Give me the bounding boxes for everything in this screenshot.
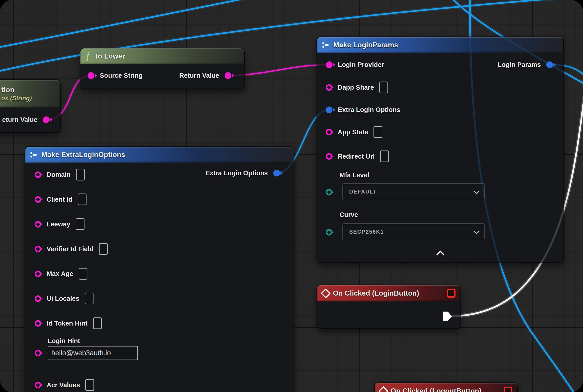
pin-row-domain: Domain xyxy=(35,169,85,180)
extra-login-options-output-pin[interactable] xyxy=(273,170,280,176)
node-header[interactable]: ƒ To Lower xyxy=(80,48,244,64)
pin-label: Client Id xyxy=(47,196,72,203)
redirect-url-checkbox[interactable] xyxy=(380,150,389,162)
node-title: Make LoginParams xyxy=(334,41,398,49)
blueprint-canvas[interactable]: tion ox (String) eturn Value ƒ To Lower … xyxy=(0,0,583,392)
client-id-input-pin[interactable] xyxy=(35,196,41,203)
max-age-input-pin[interactable] xyxy=(35,270,41,277)
node-header[interactable]: tion ox (String) xyxy=(0,80,60,108)
node-make-login-params[interactable]: Make LoginParams Login Provider Login Pa… xyxy=(317,37,564,262)
pin-label: Max Age xyxy=(47,270,73,278)
dapp-share-input-pin[interactable] xyxy=(326,84,332,91)
login-hint-input-pin[interactable] xyxy=(35,350,41,356)
pin-row-acr-values: Acr Values xyxy=(35,379,94,391)
mfa-level-label: Mfa Level xyxy=(340,172,369,179)
login-params-output-pin[interactable] xyxy=(546,61,553,68)
extra-login-options-input-pin[interactable] xyxy=(326,106,332,113)
pin-label: Dapp Share xyxy=(338,84,374,91)
curve-input-pin[interactable] xyxy=(326,229,332,236)
login-provider-input-pin[interactable] xyxy=(326,61,332,68)
id-token-hint-checkbox[interactable] xyxy=(93,318,102,329)
pin-row-extra-login-options: Extra Login Options xyxy=(326,106,400,114)
exec-output-pin[interactable] xyxy=(443,312,452,321)
dapp-share-checkbox[interactable] xyxy=(379,82,388,93)
pin-label: Id Token Hint xyxy=(47,320,88,327)
pin-label: Source String xyxy=(100,72,142,79)
pin-label: Return Value xyxy=(179,72,219,79)
mfa-level-value: DEFAULT xyxy=(349,188,474,195)
pin-label: Extra Login Options xyxy=(338,106,400,114)
app-state-input-pin[interactable] xyxy=(326,129,332,136)
mfa-level-input-pin[interactable] xyxy=(326,189,332,196)
pin-label: Extra Login Options xyxy=(206,170,268,177)
verifier-id-field-checkbox[interactable] xyxy=(99,243,108,255)
domain-input-pin[interactable] xyxy=(35,172,41,178)
pin-row-client-id: Client Id xyxy=(35,194,86,205)
ui-locales-checkbox[interactable] xyxy=(85,293,94,304)
mfa-level-dropdown[interactable]: DEFAULT xyxy=(342,183,485,200)
collapse-chevron-up-icon[interactable] xyxy=(436,250,444,259)
node-header[interactable]: Make ExtraLoginOptions xyxy=(25,147,294,163)
pin-row-login-provider: Login Provider xyxy=(326,61,384,68)
pin-label: Verifier Id Field xyxy=(47,245,94,253)
curve-label: Curve xyxy=(340,211,358,218)
function-icon: ƒ xyxy=(86,51,90,60)
curve-dropdown[interactable]: SECP256K1 xyxy=(342,223,485,240)
pin-label: App State xyxy=(338,128,368,136)
max-age-checkbox[interactable] xyxy=(78,268,88,280)
pin-label: Domain xyxy=(47,171,70,178)
pin-label: Login Params xyxy=(498,61,541,68)
make-struct-icon xyxy=(30,152,38,158)
node-partial-function[interactable]: tion ox (String) eturn Value xyxy=(0,80,60,132)
leeway-checkbox[interactable] xyxy=(76,218,84,230)
pin-row-leeway: Leeway xyxy=(35,218,84,230)
pin-row-dapp-share: Dapp Share xyxy=(326,82,388,93)
id-token-hint-input-pin[interactable] xyxy=(35,320,41,327)
node-header[interactable]: Make LoginParams xyxy=(317,37,564,53)
make-struct-icon xyxy=(322,42,330,48)
node-header[interactable]: On Clicked (LoginButton) xyxy=(317,285,460,302)
node-subtitle: ox (String) xyxy=(1,95,32,102)
node-to-lower[interactable]: ƒ To Lower Source String Return Value xyxy=(80,48,244,88)
pin-row: Extra Login Options xyxy=(206,170,280,177)
node-title: To Lower xyxy=(94,52,125,60)
redirect-url-input-pin[interactable] xyxy=(326,153,332,160)
return-value-output-pin[interactable] xyxy=(224,72,231,79)
node-make-extra-login-options[interactable]: Make ExtraLoginOptions Extra Login Optio… xyxy=(25,147,294,392)
delegate-pin[interactable] xyxy=(504,387,512,392)
curve-value: SECP256K1 xyxy=(349,229,474,235)
client-id-checkbox[interactable] xyxy=(78,194,86,205)
pin-label: eturn Value xyxy=(2,116,38,124)
pin-label: Acr Values xyxy=(47,382,80,389)
acr-values-checkbox[interactable] xyxy=(86,379,94,391)
node-title: On Clicked (LoginButton) xyxy=(333,289,419,298)
pin-label: Login Provider xyxy=(338,61,384,68)
node-title: Make ExtraLoginOptions xyxy=(42,151,125,159)
ui-locales-input-pin[interactable] xyxy=(35,295,41,302)
pin-row: eturn Value xyxy=(2,116,50,124)
delegate-pin[interactable] xyxy=(447,289,456,298)
event-diamond-icon xyxy=(378,386,388,392)
verifier-id-field-input-pin[interactable] xyxy=(35,246,41,252)
app-state-checkbox[interactable] xyxy=(374,126,382,138)
pin-label: Redirect Url xyxy=(338,153,374,160)
login-hint-field[interactable] xyxy=(48,346,138,360)
source-string-input-pin[interactable] xyxy=(88,72,94,79)
acr-values-input-pin[interactable] xyxy=(35,382,41,388)
pin-row: Return Value xyxy=(179,72,231,79)
node-on-clicked-login-button[interactable]: On Clicked (LoginButton) xyxy=(317,285,460,328)
node-on-clicked-logout-button[interactable]: On Clicked (LogoutButton) xyxy=(375,383,517,392)
pin-row-curve xyxy=(326,229,332,236)
pin-row-app-state: App State xyxy=(326,126,382,138)
pin-row-login-params-out: Login Params xyxy=(498,61,553,68)
chevron-down-icon xyxy=(474,188,480,194)
pin-row-id-token-hint: Id Token Hint xyxy=(35,318,102,329)
node-header[interactable]: On Clicked (LogoutButton) xyxy=(375,383,517,392)
return-value-output-pin[interactable] xyxy=(43,116,50,123)
domain-checkbox[interactable] xyxy=(76,169,85,180)
pin-label: Ui Locales xyxy=(47,295,79,302)
node-title: tion xyxy=(1,86,14,94)
leeway-input-pin[interactable] xyxy=(35,221,41,228)
pin-row-ui-locales: Ui Locales xyxy=(35,293,94,304)
chevron-down-icon xyxy=(474,228,480,234)
